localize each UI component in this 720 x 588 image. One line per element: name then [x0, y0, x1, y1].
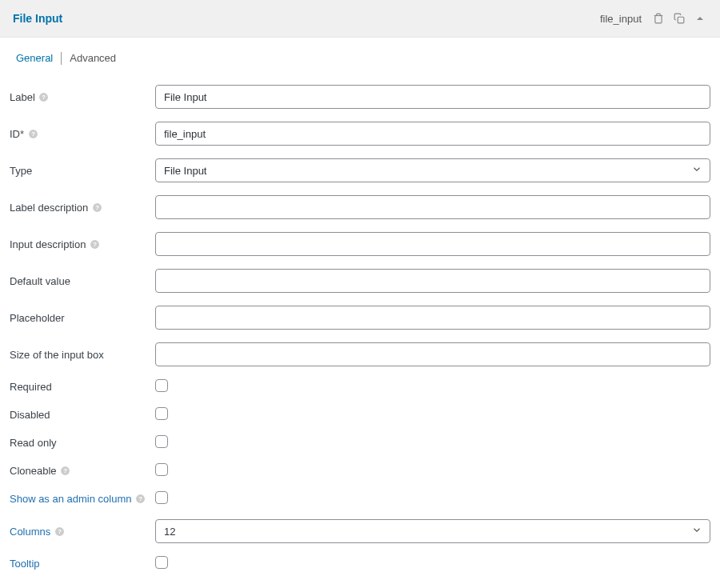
panel-header: File Input file_input [0, 0, 720, 38]
control-admin-column [155, 491, 710, 506]
label-text: Label description [10, 202, 88, 214]
row-placeholder: Placeholder [10, 299, 710, 336]
label-text: Default value [10, 275, 70, 287]
trash-icon[interactable] [651, 11, 666, 26]
row-readonly: Read only [10, 429, 710, 457]
label-tooltip: Tooltip [10, 558, 155, 570]
label-cloneable: Cloneable ? [10, 465, 155, 477]
control-size [155, 342, 710, 366]
control-tooltip [155, 556, 710, 571]
row-size: Size of the input box [10, 336, 710, 373]
row-type: Type File Input [10, 152, 710, 189]
disabled-checkbox[interactable] [155, 407, 168, 420]
label-readonly: Read only [10, 437, 155, 449]
label-text: Show as an admin column [10, 493, 131, 505]
readonly-checkbox[interactable] [155, 435, 168, 448]
tab-separator [61, 52, 62, 65]
label-admin-column: Show as an admin column ? [10, 493, 155, 505]
control-id [155, 122, 710, 146]
help-icon[interactable]: ? [54, 526, 65, 537]
label-text: Cloneable [10, 465, 57, 477]
help-icon[interactable]: ? [27, 128, 38, 139]
row-id: ID* ? [10, 115, 710, 152]
label-label: Label ? [10, 91, 155, 103]
control-input-desc [155, 232, 710, 256]
help-icon[interactable]: ? [91, 202, 102, 213]
label-text: Disabled [10, 409, 50, 421]
help-icon[interactable]: ? [38, 91, 50, 102]
label-default-value: Default value [10, 275, 155, 287]
label-text: Type [10, 165, 32, 177]
row-cloneable: Cloneable ? [10, 457, 710, 485]
cloneable-checkbox[interactable] [155, 463, 168, 476]
control-cloneable [155, 463, 710, 478]
control-label [155, 85, 710, 109]
type-select[interactable]: File Input [155, 158, 710, 182]
label-text: Columns [10, 526, 50, 538]
label-required: Required [10, 381, 155, 393]
collapse-icon[interactable] [693, 11, 707, 26]
id-input[interactable] [155, 122, 710, 146]
control-type: File Input [155, 158, 710, 182]
label-columns: Columns ? [10, 526, 155, 538]
label-input[interactable] [155, 85, 710, 109]
help-icon[interactable]: ? [134, 494, 146, 505]
svg-text:?: ? [42, 94, 46, 101]
panel-slug: file_input [600, 13, 642, 25]
svg-text:?: ? [31, 130, 35, 138]
tab-general[interactable]: General [10, 49, 59, 67]
row-input-desc: Input description ? [10, 226, 710, 262]
row-tooltip: Tooltip [10, 550, 710, 578]
label-text: Size of the input box [10, 349, 104, 361]
svg-text:?: ? [58, 528, 62, 535]
svg-rect-0 [678, 17, 684, 23]
svg-text:?: ? [63, 467, 67, 474]
placeholder-input[interactable] [155, 306, 710, 330]
copy-icon[interactable] [672, 11, 686, 26]
columns-select[interactable]: 12 [155, 519, 710, 543]
tab-advanced[interactable]: Advanced [63, 49, 122, 67]
label-placeholder: Placeholder [10, 312, 155, 324]
help-icon[interactable]: ? [89, 238, 100, 250]
label-text: Placeholder [10, 312, 65, 324]
default-value-input[interactable] [155, 269, 710, 293]
svg-text:?: ? [95, 204, 99, 211]
tooltip-checkbox[interactable] [155, 556, 168, 569]
row-disabled: Disabled [10, 401, 710, 429]
label-text: Tooltip [10, 558, 40, 570]
label-text: Label [10, 91, 35, 103]
size-input[interactable] [155, 342, 710, 366]
label-disabled: Disabled [10, 409, 155, 421]
panel-title: File Input [13, 12, 62, 25]
control-columns: 12 [155, 519, 710, 543]
svg-text:?: ? [93, 241, 97, 248]
form-body: Label ? ID* ? Type File Input [0, 72, 720, 588]
label-type: Type [10, 165, 155, 177]
control-default-value [155, 269, 710, 293]
label-text: Required [10, 381, 52, 393]
control-placeholder [155, 306, 710, 330]
row-label: Label ? [10, 78, 710, 115]
row-label-desc: Label description ? [10, 189, 710, 226]
control-readonly [155, 435, 710, 450]
tabs: General Advanced [0, 38, 720, 72]
control-required [155, 379, 710, 394]
svg-text:?: ? [138, 495, 142, 502]
admin-column-checkbox[interactable] [155, 491, 168, 504]
row-required: Required [10, 373, 710, 401]
label-label-desc: Label description ? [10, 202, 155, 214]
required-checkbox[interactable] [155, 379, 168, 392]
control-label-desc [155, 195, 710, 219]
label-id: ID* ? [10, 128, 155, 140]
help-icon[interactable]: ? [60, 466, 71, 477]
label-desc-input[interactable] [155, 195, 710, 219]
input-desc-input[interactable] [155, 232, 710, 256]
row-default-value: Default value [10, 262, 710, 299]
label-text: Input description [10, 238, 86, 250]
label-size: Size of the input box [10, 349, 155, 361]
panel-actions: file_input [600, 11, 707, 26]
row-columns: Columns ? 12 [10, 513, 710, 550]
label-text: ID* [10, 128, 24, 140]
row-admin-column: Show as an admin column ? [10, 485, 710, 513]
label-text: Read only [10, 437, 57, 449]
